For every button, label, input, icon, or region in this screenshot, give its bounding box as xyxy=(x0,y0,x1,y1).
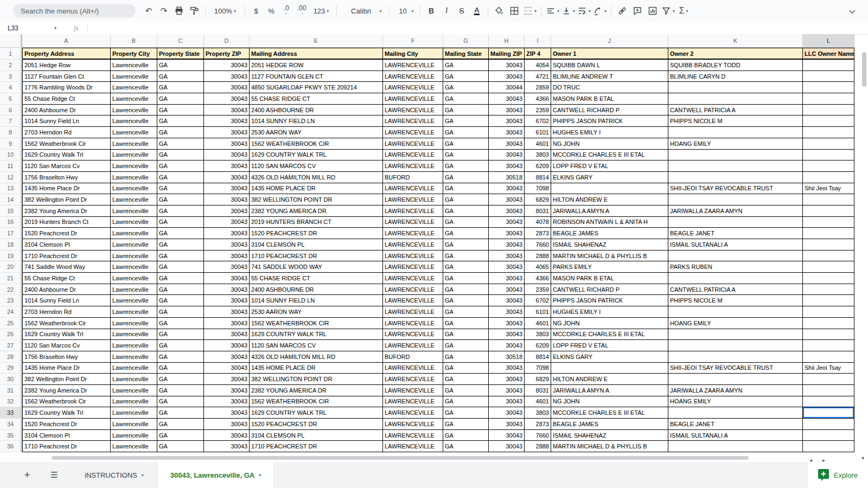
cell-A21[interactable]: 55 Chase Ridge Ct xyxy=(22,273,111,284)
column-header-D[interactable]: D xyxy=(204,34,250,48)
cell-K25[interactable]: HOANG EMILY xyxy=(668,318,803,329)
cell-G4[interactable]: GA xyxy=(443,82,489,93)
cell-I26[interactable]: 3803 xyxy=(525,329,551,341)
cell-C8[interactable]: GA xyxy=(157,127,204,138)
cell-C22[interactable]: GA xyxy=(157,284,204,296)
cell-B4[interactable]: Lawrenceville xyxy=(111,82,157,93)
cell-J21[interactable]: MASON PARK B ETAL xyxy=(551,273,668,284)
cell-J10[interactable]: MCCORKLE CHARLES E III ETAL xyxy=(551,150,668,161)
cell-F21[interactable]: LAWRENCEVILLE xyxy=(383,273,443,284)
cell-F4[interactable]: LAWRENCEVILLE xyxy=(383,82,443,93)
cell-D7[interactable]: 30043 xyxy=(204,115,250,127)
cell-B7[interactable]: Lawrenceville xyxy=(111,115,157,127)
cell-I28[interactable]: 8814 xyxy=(525,351,551,363)
cell-I8[interactable]: 6101 xyxy=(525,127,551,138)
cell-C20[interactable]: GA xyxy=(157,261,204,273)
cell-G8[interactable]: GA xyxy=(443,127,489,138)
cell-H16[interactable]: 30043 xyxy=(489,217,525,228)
cell-G14[interactable]: GA xyxy=(443,194,489,206)
cell-L19[interactable] xyxy=(803,251,854,262)
cell-H3[interactable]: 30043 xyxy=(489,71,525,82)
cell-E19[interactable]: 1710 PEACHCREST DR xyxy=(250,251,383,262)
cell-K18[interactable]: ISMAIL SULTANALI A xyxy=(668,239,803,251)
row-header-14[interactable]: 14 xyxy=(0,194,22,206)
row-header-31[interactable]: 31 xyxy=(0,385,22,396)
cell-H24[interactable]: 30043 xyxy=(489,306,525,318)
row-header-23[interactable]: 23 xyxy=(0,295,22,306)
cell-H31[interactable]: 30043 xyxy=(489,385,525,396)
italic-button[interactable]: I xyxy=(440,3,453,18)
cell-F15[interactable]: LAWRENCEVILLE xyxy=(383,206,443,217)
cell-A18[interactable]: 3104 Clemson Pl xyxy=(22,239,111,251)
cell-E26[interactable]: 1629 COUNTRY WALK TRL xyxy=(250,329,383,341)
row-header-13[interactable]: 13 xyxy=(0,183,22,195)
cell-E35[interactable]: 3104 CLEMSON PL xyxy=(250,430,383,441)
redo-button[interactable]: ↷ xyxy=(157,3,170,18)
cell-D14[interactable]: 30043 xyxy=(204,194,250,206)
cell-H8[interactable]: 30043 xyxy=(489,127,525,138)
cell-C5[interactable]: GA xyxy=(157,93,204,105)
cell-F28[interactable]: BUFORD xyxy=(383,351,443,363)
cell-D4[interactable]: 30043 xyxy=(204,82,250,93)
cell-A24[interactable]: 2703 Herndon Rd xyxy=(22,306,111,318)
cell-J17[interactable]: BEAGLE JAMES xyxy=(551,228,668,239)
cell-J12[interactable]: ELKINS GARY xyxy=(551,172,668,183)
cell-E21[interactable]: 55 CHASE RIDGE CT xyxy=(250,273,383,284)
cell-D6[interactable]: 30043 xyxy=(204,105,250,116)
cell-J32[interactable]: NG JOHN xyxy=(551,396,668,408)
cell-J23[interactable]: PHIPPS JASON PATRICK xyxy=(551,295,668,306)
cell-J25[interactable]: NG JOHN xyxy=(551,318,668,329)
cell-H35[interactable]: 30043 xyxy=(489,430,525,441)
cell-D8[interactable]: 30043 xyxy=(204,127,250,138)
cell-L11[interactable] xyxy=(803,160,854,172)
cell-L9[interactable] xyxy=(803,138,854,150)
cell-J27[interactable]: LOPP FRED V ETAL xyxy=(551,340,668,351)
cell-J36[interactable]: MARTIN MICHAEL D & PHYLLIS B xyxy=(551,441,668,452)
cell-I16[interactable]: 4078 xyxy=(525,217,551,228)
cell-B25[interactable]: Lawrenceville xyxy=(111,318,157,329)
cell-D19[interactable]: 30043 xyxy=(204,251,250,262)
cell-G26[interactable]: GA xyxy=(443,329,489,341)
cell-I6[interactable]: 2359 xyxy=(525,105,551,116)
cell-K34[interactable]: BEAGLE JANET xyxy=(668,419,803,430)
cell-L22[interactable] xyxy=(803,284,854,296)
cell-G28[interactable]: GA xyxy=(443,351,489,363)
cell-L12[interactable] xyxy=(803,172,854,183)
cell-C29[interactable]: GA xyxy=(157,363,204,374)
cell-J14[interactable]: HILTON ANDREW E xyxy=(551,194,668,206)
cell-B27[interactable]: Lawrenceville xyxy=(111,340,157,351)
cell-D24[interactable]: 30043 xyxy=(204,306,250,318)
cell-A17[interactable]: 1520 Peachcrest Dr xyxy=(22,228,111,239)
cell-F20[interactable]: LAWRENCEVILLE xyxy=(383,261,443,273)
column-header-F[interactable]: F xyxy=(383,34,443,48)
cell-D30[interactable]: 30043 xyxy=(204,374,250,385)
cell-B26[interactable]: Lawrenceville xyxy=(111,329,157,341)
cell-C34[interactable]: GA xyxy=(157,419,204,430)
cell-G30[interactable]: GA xyxy=(443,374,489,385)
cell-L17[interactable] xyxy=(803,228,854,239)
cell-D29[interactable]: 30043 xyxy=(204,363,250,374)
cell-C18[interactable]: GA xyxy=(157,239,204,251)
cell-H29[interactable]: 30043 xyxy=(489,363,525,374)
cell-G12[interactable]: GA xyxy=(443,172,489,183)
cell-E11[interactable]: 1120 SAN MARCOS CV xyxy=(250,160,383,172)
cell-C13[interactable]: GA xyxy=(157,183,204,195)
cell-I23[interactable]: 6702 xyxy=(525,295,551,306)
cell-B36[interactable]: Lawrenceville xyxy=(111,441,157,452)
cell-I9[interactable]: 4601 xyxy=(525,138,551,150)
cell-E18[interactable]: 3104 CLEMSON PL xyxy=(250,239,383,251)
horizontal-scrollbar[interactable] xyxy=(52,456,749,460)
row-header-21[interactable]: 21 xyxy=(0,273,22,284)
cell-I20[interactable]: 4065 xyxy=(525,261,551,273)
cell-G29[interactable]: GA xyxy=(443,363,489,374)
cell-D5[interactable]: 30043 xyxy=(204,93,250,105)
cell-D36[interactable]: 30043 xyxy=(204,441,250,452)
cell-B30[interactable]: Lawrenceville xyxy=(111,374,157,385)
cell-A10[interactable]: 1629 Country Walk Trl xyxy=(22,150,111,161)
cell-I25[interactable]: 4601 xyxy=(525,318,551,329)
cell-L14[interactable] xyxy=(803,194,854,206)
cell-L15[interactable] xyxy=(803,206,854,217)
cell-F32[interactable]: LAWRENCEVILLE xyxy=(383,396,443,408)
column-header-B[interactable]: B xyxy=(111,34,157,48)
cell-D2[interactable]: 30043 xyxy=(204,60,250,71)
